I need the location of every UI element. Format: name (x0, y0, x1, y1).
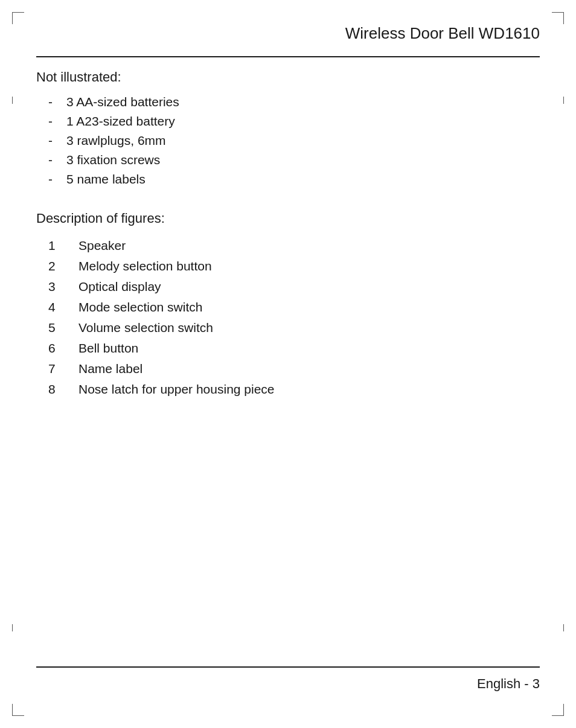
list-item: - 3 rawlplugs, 6mm (48, 133, 540, 148)
item-number: 2 (48, 259, 60, 273)
item-number: 4 (48, 300, 60, 315)
header-divider (36, 56, 540, 57)
description-section: Description of figures: 1 Speaker 2 Melo… (36, 211, 540, 397)
list-item: - 3 AA-sized batteries (48, 95, 540, 109)
not-illustrated-heading: Not illustrated: (36, 69, 540, 85)
side-mark-right-mid (563, 97, 564, 104)
list-item: 1 Speaker (48, 238, 540, 253)
item-number: 3 (48, 279, 60, 294)
header: Wireless Door Bell WD1610 (36, 24, 540, 49)
list-item: 2 Melody selection button (48, 259, 540, 273)
side-mark-left-top (12, 97, 13, 104)
footer-text: English - 3 (36, 676, 540, 692)
list-dash: - (48, 95, 57, 109)
list-dash: - (48, 133, 57, 148)
list-item-text: 3 rawlplugs, 6mm (66, 133, 166, 148)
item-number: 8 (48, 382, 60, 397)
side-mark-right-bottom (563, 624, 564, 631)
list-item: 6 Bell button (48, 341, 540, 356)
list-item-text: 1 A23-sized battery (66, 114, 175, 129)
item-number: 1 (48, 238, 60, 253)
item-number: 7 (48, 362, 60, 376)
item-label: Speaker (78, 238, 126, 253)
item-number: 5 (48, 321, 60, 335)
list-item: 8 Nose latch for upper housing piece (48, 382, 540, 397)
page-container: Wireless Door Bell WD1610 Not illustrate… (0, 0, 576, 728)
list-dash: - (48, 172, 57, 187)
list-item-text: 3 fixation screws (66, 153, 160, 167)
description-heading: Description of figures: (36, 211, 540, 226)
list-item: - 3 fixation screws (48, 153, 540, 167)
item-label: Mode selection switch (78, 300, 202, 315)
corner-mark-top-left (12, 12, 24, 24)
item-label: Optical display (78, 279, 161, 294)
list-item: 7 Name label (48, 362, 540, 376)
list-item: 3 Optical display (48, 279, 540, 294)
item-label: Melody selection button (78, 259, 212, 273)
list-dash: - (48, 114, 57, 129)
numbered-list: 1 Speaker 2 Melody selection button 3 Op… (48, 238, 540, 397)
list-item: 5 Volume selection switch (48, 321, 540, 335)
page-title: Wireless Door Bell WD1610 (345, 24, 540, 42)
list-item: 4 Mode selection switch (48, 300, 540, 315)
list-item: - 1 A23-sized battery (48, 114, 540, 129)
list-item: - 5 name labels (48, 172, 540, 187)
corner-mark-bottom-left (12, 704, 24, 716)
item-label: Bell button (78, 341, 138, 356)
corner-mark-bottom-right (552, 704, 564, 716)
item-label: Volume selection switch (78, 321, 213, 335)
list-item-text: 3 AA-sized batteries (66, 95, 179, 109)
item-label: Name label (78, 362, 142, 376)
corner-mark-top-right (552, 12, 564, 24)
footer: English - 3 (36, 666, 540, 692)
list-dash: - (48, 153, 57, 167)
side-mark-left-bottom (12, 624, 13, 631)
item-label: Nose latch for upper housing piece (78, 382, 275, 397)
not-illustrated-section: Not illustrated: - 3 AA-sized batteries … (36, 69, 540, 187)
item-number: 6 (48, 341, 60, 356)
bullet-list: - 3 AA-sized batteries - 1 A23-sized bat… (48, 95, 540, 187)
list-item-text: 5 name labels (66, 172, 146, 187)
footer-divider (36, 666, 540, 668)
